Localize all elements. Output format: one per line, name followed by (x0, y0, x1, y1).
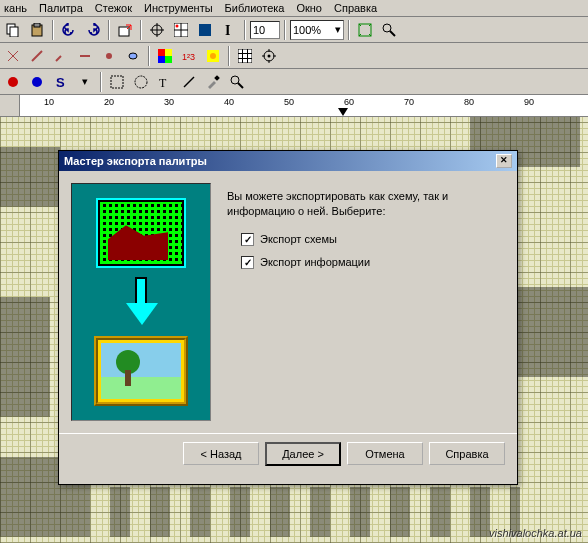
numbering-icon[interactable]: 1²3 (178, 45, 200, 67)
svg-line-35 (184, 77, 194, 87)
dialog-title-text: Мастер экспорта палитры (64, 155, 207, 167)
svg-line-16 (390, 31, 395, 36)
svg-point-17 (106, 53, 112, 59)
undo-icon[interactable] (58, 19, 80, 41)
stitch-full-icon[interactable] (2, 45, 24, 67)
svg-rect-21 (158, 56, 165, 63)
horizontal-ruler: 10 20 30 40 50 60 70 80 90 (0, 95, 588, 117)
grid-toggle-icon[interactable] (234, 45, 256, 67)
cancel-button[interactable]: Отмена (347, 442, 423, 465)
export-scheme-checkbox[interactable]: ✓ (241, 233, 254, 246)
menu-item[interactable]: Инструменты (144, 2, 213, 14)
watermark: vishivalochka.at.ua (489, 527, 582, 539)
export-wizard-dialog: Мастер экспорта палитры ✕ Вы можете эксп… (58, 150, 518, 485)
bead-icon[interactable] (122, 45, 144, 67)
svg-point-15 (383, 24, 391, 32)
paste-icon[interactable] (26, 19, 48, 41)
svg-text:1²3: 1²3 (182, 52, 195, 62)
svg-point-30 (32, 77, 42, 87)
export-scheme-label: Экспорт схемы (260, 233, 337, 245)
svg-point-29 (8, 77, 18, 87)
svg-rect-36 (214, 75, 220, 81)
picture-thumb-icon (94, 336, 188, 406)
select-circle-icon[interactable] (130, 71, 152, 93)
svg-point-25 (210, 53, 216, 59)
svg-point-28 (268, 54, 271, 57)
s-tool-icon[interactable]: S (50, 71, 72, 93)
magnify-icon[interactable] (226, 71, 248, 93)
dropdown-icon[interactable]: ▾ (74, 71, 96, 93)
palette-icon[interactable] (154, 45, 176, 67)
copy-icon[interactable] (2, 19, 24, 41)
export-info-label: Экспорт информации (260, 256, 370, 268)
stitch-half-icon[interactable] (26, 45, 48, 67)
svg-line-38 (238, 83, 243, 88)
wizard-illustration (71, 183, 211, 421)
back-button[interactable]: < Назад (183, 442, 259, 465)
svg-rect-22 (165, 56, 172, 63)
svg-rect-1 (10, 27, 18, 37)
svg-rect-26 (238, 49, 252, 63)
stitch-back-icon[interactable] (74, 45, 96, 67)
redo-icon[interactable] (82, 19, 104, 41)
fill-square-icon[interactable] (194, 19, 216, 41)
text-caps-icon[interactable]: T (154, 71, 176, 93)
arrow-down-icon (126, 277, 156, 327)
color-red-icon[interactable] (2, 71, 24, 93)
dialog-instruction: Вы можете экспортировать как схему, так … (227, 189, 505, 219)
svg-point-11 (176, 24, 179, 27)
color-blue-icon[interactable] (26, 71, 48, 93)
menu-item[interactable]: кань (4, 2, 27, 14)
svg-rect-20 (165, 49, 172, 56)
knot-icon[interactable] (98, 45, 120, 67)
target-icon[interactable] (146, 19, 168, 41)
eyedropper-icon[interactable] (202, 71, 224, 93)
zoom-region-icon[interactable] (378, 19, 400, 41)
svg-rect-12 (199, 24, 211, 36)
toolbar-row-1: I 100%▾ (0, 17, 588, 43)
text-tool-icon[interactable]: I (218, 19, 240, 41)
menu-item[interactable]: Библиотека (225, 2, 285, 14)
svg-point-37 (231, 76, 239, 84)
line-tool-icon[interactable] (178, 71, 200, 93)
menu-item[interactable]: Справка (334, 2, 377, 14)
svg-text:I: I (225, 23, 230, 37)
stitch-quarter-icon[interactable] (50, 45, 72, 67)
help-button[interactable]: Справка (429, 442, 505, 465)
next-button[interactable]: Далее > (265, 442, 341, 466)
grid-size-input[interactable] (250, 21, 280, 39)
toolbar-row-2: 1²3 (0, 43, 588, 69)
grid-pattern-icon[interactable] (170, 19, 192, 41)
pattern-thumb-icon (96, 198, 186, 268)
svg-text:T: T (159, 76, 167, 89)
close-button[interactable]: ✕ (496, 154, 512, 168)
select-rect-icon[interactable] (106, 71, 128, 93)
svg-point-33 (135, 76, 147, 88)
zoom-select[interactable]: 100%▾ (290, 20, 344, 40)
fit-screen-icon[interactable] (354, 19, 376, 41)
svg-point-18 (129, 53, 137, 59)
ruler-marker-icon[interactable] (338, 108, 348, 116)
svg-rect-3 (34, 23, 40, 27)
highlight-icon[interactable] (202, 45, 224, 67)
menubar: кань Палитра Стежок Инструменты Библиоте… (0, 0, 588, 17)
toolbar-row-3: S ▾ T (0, 69, 588, 95)
svg-rect-32 (111, 76, 123, 88)
menu-item[interactable]: Палитра (39, 2, 83, 14)
menu-item[interactable]: Окно (296, 2, 322, 14)
center-icon[interactable] (258, 45, 280, 67)
export-icon[interactable] (114, 19, 136, 41)
svg-text:S: S (56, 75, 65, 89)
export-info-checkbox[interactable]: ✓ (241, 256, 254, 269)
svg-rect-19 (158, 49, 165, 56)
chevron-down-icon: ▾ (335, 23, 341, 36)
dialog-titlebar[interactable]: Мастер экспорта палитры ✕ (59, 151, 517, 171)
menu-item[interactable]: Стежок (95, 2, 132, 14)
